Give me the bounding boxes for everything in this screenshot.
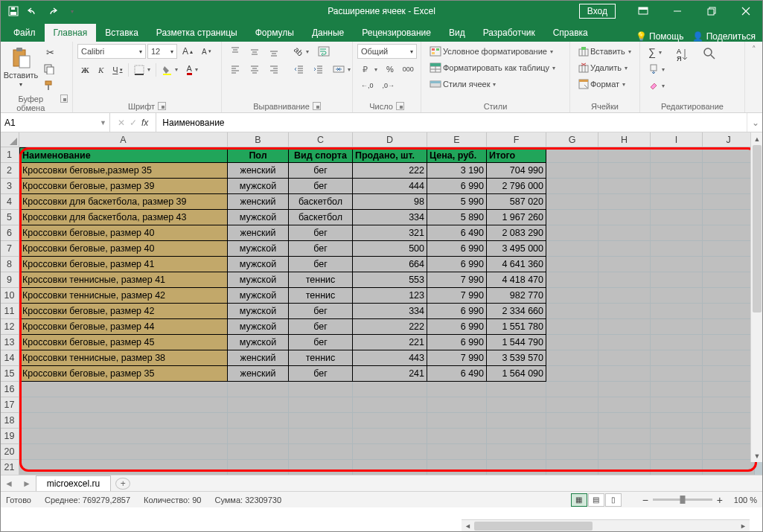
- cell[interactable]: [427, 382, 487, 397]
- name-box[interactable]: A1▼: [0, 113, 110, 132]
- row-header[interactable]: 10: [0, 288, 19, 304]
- cell[interactable]: [598, 413, 651, 429]
- cell[interactable]: 6 990: [427, 319, 487, 335]
- cell[interactable]: женский: [228, 366, 289, 382]
- cell[interactable]: 704 990: [487, 163, 546, 179]
- clear-icon[interactable]: [645, 78, 668, 93]
- cell[interactable]: 6 990: [427, 241, 487, 257]
- cell[interactable]: [598, 225, 651, 241]
- cell[interactable]: Кроссовки беговые, размер 35: [19, 366, 228, 382]
- cell[interactable]: [353, 460, 427, 475]
- cell[interactable]: [651, 304, 703, 319]
- cell[interactable]: [598, 350, 651, 366]
- cell[interactable]: 587 020: [487, 194, 546, 210]
- find-select-icon[interactable]: [698, 44, 721, 86]
- cell[interactable]: [427, 460, 487, 475]
- cell[interactable]: [546, 288, 598, 304]
- row-header[interactable]: 21: [0, 460, 19, 475]
- cell[interactable]: Вид спорта: [289, 147, 353, 163]
- row-header[interactable]: 18: [0, 413, 19, 429]
- cell[interactable]: [598, 179, 651, 194]
- cell[interactable]: 334: [353, 304, 427, 319]
- row-header[interactable]: 8: [0, 257, 19, 272]
- tell-me[interactable]: 💡 Помощь: [636, 31, 684, 42]
- row-header[interactable]: 20: [0, 444, 19, 460]
- cell[interactable]: [353, 429, 427, 444]
- copy-icon[interactable]: [40, 62, 60, 77]
- cell[interactable]: 4 418 470: [487, 272, 546, 288]
- cell[interactable]: 1 544 790: [487, 335, 546, 350]
- cell[interactable]: [289, 460, 353, 475]
- cell[interactable]: [598, 304, 651, 319]
- cell[interactable]: [598, 366, 651, 382]
- align-left-icon[interactable]: [226, 62, 244, 77]
- tab-home[interactable]: Главная: [45, 24, 97, 42]
- cell[interactable]: теннис: [289, 272, 353, 288]
- increase-decimal-icon[interactable]: ←,0: [357, 80, 377, 92]
- cell[interactable]: Итого: [487, 147, 546, 163]
- column-header[interactable]: J: [703, 132, 755, 147]
- font-color-icon[interactable]: А: [183, 62, 202, 77]
- spreadsheet-grid[interactable]: ABCDEFGHIJ1НаименованиеПолВид спортаПрод…: [0, 132, 763, 475]
- cell[interactable]: [703, 335, 755, 350]
- new-sheet-button[interactable]: +: [115, 478, 130, 490]
- zoom-level[interactable]: 100 %: [727, 496, 757, 504]
- cell[interactable]: [703, 147, 755, 163]
- cell[interactable]: [598, 163, 651, 179]
- cell[interactable]: мужской: [228, 288, 289, 304]
- row-header[interactable]: 2: [0, 163, 19, 179]
- cell[interactable]: 5 890: [427, 210, 487, 225]
- orientation-icon[interactable]: ab: [290, 45, 313, 58]
- tab-layout[interactable]: Разметка страницы: [147, 24, 246, 42]
- column-header[interactable]: B: [228, 132, 289, 147]
- cell[interactable]: [703, 382, 755, 397]
- cell[interactable]: [228, 397, 289, 413]
- cell[interactable]: Кроссовки беговые, размер 44: [19, 319, 228, 335]
- row-header[interactable]: 12: [0, 319, 19, 335]
- shrink-font-icon[interactable]: A▾: [198, 45, 215, 58]
- cell[interactable]: 123: [353, 288, 427, 304]
- cell[interactable]: женский: [228, 194, 289, 210]
- ribbon-display-icon[interactable]: [626, 0, 660, 22]
- cell[interactable]: [651, 397, 703, 413]
- format-painter-icon[interactable]: [40, 78, 60, 93]
- cell[interactable]: 5 990: [427, 194, 487, 210]
- cell[interactable]: [427, 413, 487, 429]
- number-launcher[interactable]: [396, 102, 404, 110]
- cell[interactable]: [546, 210, 598, 225]
- row-header[interactable]: 4: [0, 194, 19, 210]
- border-icon[interactable]: [130, 63, 154, 77]
- cell[interactable]: 2 334 660: [487, 304, 546, 319]
- cell[interactable]: [546, 413, 598, 429]
- cell[interactable]: [546, 272, 598, 288]
- expand-formula-icon[interactable]: ⌄: [747, 113, 763, 132]
- cell[interactable]: баскетбол: [289, 194, 353, 210]
- cell[interactable]: 6 490: [427, 225, 487, 241]
- cell[interactable]: мужской: [228, 210, 289, 225]
- row-header[interactable]: 16: [0, 382, 19, 397]
- cell[interactable]: [427, 444, 487, 460]
- cell[interactable]: [598, 288, 651, 304]
- cell[interactable]: [598, 194, 651, 210]
- cell[interactable]: [228, 460, 289, 475]
- align-launcher[interactable]: [313, 102, 321, 110]
- cell[interactable]: 6 990: [427, 304, 487, 319]
- row-header[interactable]: 7: [0, 241, 19, 257]
- cell[interactable]: [353, 397, 427, 413]
- cell[interactable]: [228, 382, 289, 397]
- cell[interactable]: 444: [353, 179, 427, 194]
- cell[interactable]: [353, 382, 427, 397]
- cell[interactable]: [487, 382, 546, 397]
- tab-insert[interactable]: Вставка: [96, 24, 147, 42]
- cell[interactable]: [703, 241, 755, 257]
- delete-cells-button[interactable]: Удалить: [575, 60, 631, 75]
- cell[interactable]: [598, 429, 651, 444]
- column-header[interactable]: A: [19, 132, 228, 147]
- cell[interactable]: бег: [289, 366, 353, 382]
- cell[interactable]: [487, 444, 546, 460]
- cell[interactable]: [703, 194, 755, 210]
- accounting-icon[interactable]: ₽: [357, 62, 381, 77]
- font-name-select[interactable]: Calibri▾: [77, 44, 146, 59]
- row-header[interactable]: 17: [0, 397, 19, 413]
- cell[interactable]: женский: [228, 225, 289, 241]
